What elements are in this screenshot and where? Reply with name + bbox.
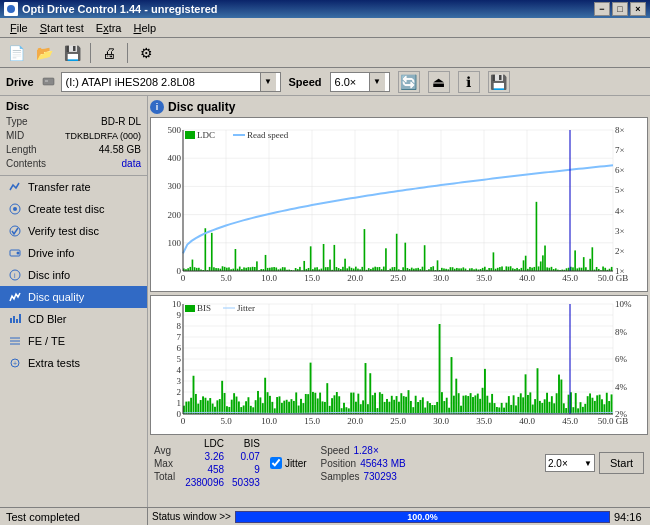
- zoom-combo[interactable]: 2.0× ▼: [545, 454, 595, 472]
- bis-avg-value: 0.07: [240, 451, 259, 462]
- ldc-header: LDC: [204, 438, 224, 449]
- toolbar-separator2: [127, 43, 128, 63]
- speed-stat-value: 1.28×: [353, 445, 378, 456]
- bis-total-value: 50393: [232, 477, 260, 488]
- minimize-button[interactable]: −: [594, 2, 610, 16]
- sidebar-item-extra-tests[interactable]: + Extra tests: [0, 352, 147, 374]
- disc-length-label: Length: [6, 143, 37, 157]
- disc-mid-row: MID TDKBLDRFA (000): [6, 129, 141, 143]
- sidebar-label-verify-test-disc: Verify test disc: [28, 225, 99, 237]
- chart-area: i Disc quality Avg Max Total LDC 3.26 45…: [148, 96, 650, 507]
- ldc-max-value: 458: [207, 464, 224, 475]
- lower-chart-canvas: [151, 296, 641, 434]
- sidebar-label-drive-info: Drive info: [28, 247, 74, 259]
- drive-combo[interactable]: (I:) ATAPI iHES208 2.8L08 ▼: [61, 72, 281, 92]
- toolbar-save[interactable]: 💾: [60, 42, 84, 64]
- speed-combo[interactable]: 6.0× ▼: [330, 72, 390, 92]
- jitter-label: Jitter: [285, 458, 307, 469]
- main-content: Disc Type BD-R DL MID TDKBLDRFA (000) Le…: [0, 96, 650, 507]
- info-button[interactable]: ℹ: [458, 71, 480, 93]
- status-right: Status window >> 100.0% 94:16: [148, 511, 650, 523]
- close-button[interactable]: ×: [630, 2, 646, 16]
- maximize-button[interactable]: □: [612, 2, 628, 16]
- sidebar-item-disc-info[interactable]: i Disc info: [0, 264, 147, 286]
- sidebar-label-disc-info: Disc info: [28, 269, 70, 281]
- drive-combo-arrow[interactable]: ▼: [260, 73, 276, 91]
- position-value: 45643 MB: [360, 458, 406, 469]
- sidebar-item-drive-info[interactable]: Drive info: [0, 242, 147, 264]
- svg-text:i: i: [14, 272, 16, 279]
- refresh-button[interactable]: 🔄: [398, 71, 420, 93]
- menu-start-test[interactable]: Start test: [34, 20, 90, 36]
- disc-section-title: Disc: [6, 100, 141, 112]
- sidebar-item-verify-test-disc[interactable]: Verify test disc: [0, 220, 147, 242]
- verify-test-disc-icon: [8, 224, 22, 238]
- toolbar-new[interactable]: 📄: [4, 42, 28, 64]
- app-icon: [4, 2, 18, 16]
- menu-extra[interactable]: Extra: [90, 20, 128, 36]
- fe-te-icon: [8, 334, 22, 348]
- disc-type-row: Type BD-R DL: [6, 115, 141, 129]
- stats-avg-label: Avg: [154, 445, 175, 456]
- samples-label: Samples: [321, 471, 360, 482]
- sidebar-item-disc-quality[interactable]: Disc quality: [0, 286, 147, 308]
- stats-area: Avg Max Total LDC 3.26 458 2380096 BIS 0…: [150, 435, 648, 491]
- lower-chart: [150, 295, 648, 435]
- toolbar-print[interactable]: 🖨: [97, 42, 121, 64]
- menu-file[interactable]: File: [4, 20, 34, 36]
- disc-contents-value[interactable]: data: [122, 157, 141, 171]
- menu-bar: File Start test Extra Help: [0, 18, 650, 38]
- sidebar-label-create-test-disc: Create test disc: [28, 203, 104, 215]
- speed-position-col: Speed 1.28× Position 45643 MB Samples 73…: [321, 445, 406, 482]
- disc-mid-label: MID: [6, 129, 24, 143]
- drive-value: (I:) ATAPI iHES208 2.8L08: [66, 76, 195, 88]
- sidebar-item-transfer-rate[interactable]: Transfer rate: [0, 176, 147, 198]
- svg-rect-11: [13, 316, 15, 323]
- disc-info-panel: Disc Type BD-R DL MID TDKBLDRFA (000) Le…: [0, 96, 147, 176]
- svg-point-0: [7, 5, 15, 13]
- status-bar: Test completed Status window >> 100.0% 9…: [0, 507, 650, 525]
- jitter-check-area: Jitter: [270, 457, 307, 469]
- sidebar-label-cd-bler: CD Bler: [28, 313, 67, 325]
- speed-stat-label: Speed: [321, 445, 350, 456]
- sidebar-label-extra-tests: Extra tests: [28, 357, 80, 369]
- start-button[interactable]: Start: [599, 452, 644, 474]
- sidebar-item-fe-te[interactable]: FE / TE: [0, 330, 147, 352]
- chart-icon: i: [150, 100, 164, 114]
- sidebar-item-cd-bler[interactable]: CD Bler: [0, 308, 147, 330]
- eject-button[interactable]: ⏏: [428, 71, 450, 93]
- disc-type-label: Type: [6, 115, 28, 129]
- sidebar-item-create-test-disc[interactable]: Create test disc: [0, 198, 147, 220]
- progress-text: 100.0%: [236, 512, 609, 522]
- bis-values: BIS 0.07 9 50393: [232, 438, 260, 488]
- samples-value: 730293: [363, 471, 396, 482]
- zoom-start-area: 2.0× ▼ Start: [545, 452, 644, 474]
- upper-chart: [150, 117, 648, 292]
- status-window-btn[interactable]: Status window >>: [152, 511, 231, 522]
- disc-mid-value: TDKBLDRFA (000): [65, 129, 141, 143]
- sidebar-label-transfer-rate: Transfer rate: [28, 181, 91, 193]
- menu-help[interactable]: Help: [127, 20, 162, 36]
- toolbar-open[interactable]: 📂: [32, 42, 56, 64]
- svg-point-7: [17, 252, 20, 255]
- status-left: Test completed: [0, 508, 148, 525]
- svg-point-4: [13, 207, 17, 211]
- toolbar-settings[interactable]: ⚙: [134, 42, 158, 64]
- jitter-checkbox[interactable]: [270, 457, 282, 469]
- disc-quality-icon: [8, 290, 22, 304]
- speed-combo-arrow[interactable]: ▼: [369, 73, 385, 91]
- window-controls: − □ ×: [594, 2, 646, 16]
- upper-chart-canvas: [151, 118, 641, 291]
- svg-rect-13: [19, 314, 21, 323]
- svg-point-5: [10, 226, 20, 236]
- progress-bar: 100.0%: [235, 511, 610, 523]
- chart-header: i Disc quality: [150, 98, 648, 116]
- disc-info-icon: i: [8, 268, 22, 282]
- svg-text:+: +: [13, 360, 17, 367]
- drive-selector[interactable]: (I:) ATAPI iHES208 2.8L08 ▼: [42, 72, 281, 92]
- disc-type-value: BD-R DL: [101, 115, 141, 129]
- save-image-button[interactable]: 💾: [488, 71, 510, 93]
- samples-row: Samples 730293: [321, 471, 406, 482]
- chart-title: Disc quality: [168, 100, 235, 114]
- stats-labels-col: Avg Max Total: [154, 445, 175, 482]
